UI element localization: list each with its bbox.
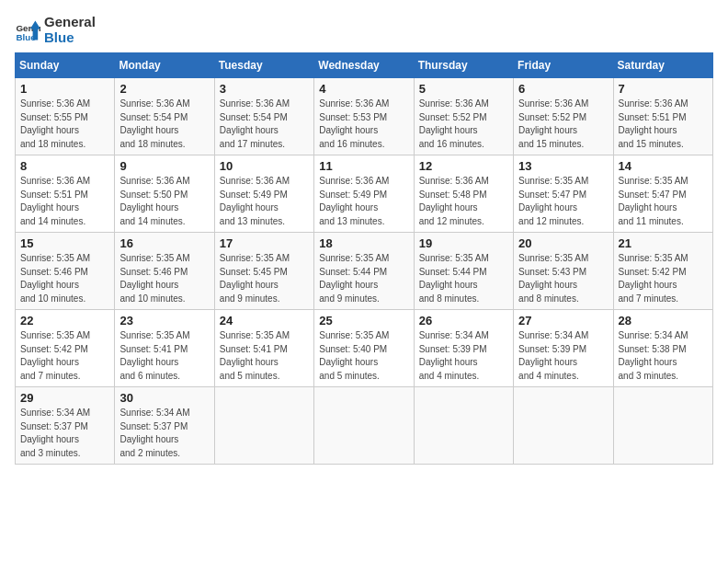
- day-number: 10: [220, 159, 309, 173]
- calendar-cell: 9 Sunrise: 5:36 AM Sunset: 5:50 PM Dayli…: [115, 155, 214, 233]
- day-number: 23: [119, 314, 209, 327]
- day-number: 7: [619, 82, 708, 96]
- calendar-week-5: 29 Sunrise: 5:34 AM Sunset: 5:37 PM Dayl…: [16, 387, 713, 465]
- weekday-header-wednesday: Wednesday: [314, 53, 414, 78]
- calendar-cell: 11 Sunrise: 5:36 AM Sunset: 5:49 PM Dayl…: [314, 155, 414, 233]
- day-number: 25: [319, 314, 408, 327]
- weekday-header-sunday: Sunday: [16, 53, 115, 78]
- calendar-cell: 17 Sunrise: 5:35 AM Sunset: 5:45 PM Dayl…: [214, 233, 313, 310]
- day-number: 18: [319, 236, 408, 250]
- logo-text-general: General: [44, 15, 96, 30]
- day-info: Sunrise: 5:36 AM Sunset: 5:55 PM Dayligh…: [20, 98, 109, 151]
- calendar-cell: 14 Sunrise: 5:35 AM Sunset: 5:47 PM Dayl…: [613, 155, 712, 233]
- calendar-cell: 8 Sunrise: 5:36 AM Sunset: 5:51 PM Dayli…: [16, 155, 115, 233]
- day-info: Sunrise: 5:35 AM Sunset: 5:45 PM Dayligh…: [220, 252, 309, 305]
- day-info: Sunrise: 5:34 AM Sunset: 5:37 PM Dayligh…: [119, 407, 209, 460]
- day-info: Sunrise: 5:36 AM Sunset: 5:49 PM Dayligh…: [319, 175, 408, 228]
- day-number: 5: [419, 82, 508, 96]
- day-number: 1: [20, 82, 109, 96]
- weekday-header-monday: Monday: [115, 53, 214, 78]
- day-info: Sunrise: 5:36 AM Sunset: 5:52 PM Dayligh…: [518, 98, 608, 151]
- calendar-week-1: 1 Sunrise: 5:36 AM Sunset: 5:55 PM Dayli…: [16, 78, 713, 155]
- calendar-cell: 4 Sunrise: 5:36 AM Sunset: 5:53 PM Dayli…: [314, 78, 414, 155]
- logo: General Blue General Blue: [15, 15, 96, 45]
- day-number: 22: [20, 314, 109, 327]
- day-number: 11: [319, 159, 408, 173]
- day-info: Sunrise: 5:35 AM Sunset: 5:46 PM Dayligh…: [119, 252, 209, 305]
- day-number: 6: [518, 82, 608, 96]
- day-info: Sunrise: 5:34 AM Sunset: 5:37 PM Dayligh…: [20, 407, 109, 460]
- calendar-cell: 10 Sunrise: 5:36 AM Sunset: 5:49 PM Dayl…: [214, 155, 313, 233]
- calendar-cell: 23 Sunrise: 5:35 AM Sunset: 5:41 PM Dayl…: [115, 310, 214, 387]
- day-info: Sunrise: 5:36 AM Sunset: 5:50 PM Dayligh…: [119, 175, 209, 228]
- weekday-header-thursday: Thursday: [414, 53, 513, 78]
- day-number: 3: [220, 82, 309, 96]
- day-number: 20: [518, 236, 608, 250]
- weekday-header-friday: Friday: [514, 53, 613, 78]
- weekday-header-tuesday: Tuesday: [214, 53, 313, 78]
- logo-text-blue: Blue: [44, 30, 96, 46]
- day-number: 29: [20, 391, 109, 405]
- calendar-cell: 22 Sunrise: 5:35 AM Sunset: 5:42 PM Dayl…: [16, 310, 115, 387]
- calendar-cell: 3 Sunrise: 5:36 AM Sunset: 5:54 PM Dayli…: [214, 78, 313, 155]
- day-info: Sunrise: 5:35 AM Sunset: 5:40 PM Dayligh…: [319, 329, 408, 383]
- calendar-cell: 6 Sunrise: 5:36 AM Sunset: 5:52 PM Dayli…: [514, 78, 613, 155]
- calendar-cell: 28 Sunrise: 5:34 AM Sunset: 5:38 PM Dayl…: [613, 310, 712, 387]
- day-info: Sunrise: 5:36 AM Sunset: 5:54 PM Dayligh…: [220, 98, 309, 151]
- day-info: Sunrise: 5:35 AM Sunset: 5:43 PM Dayligh…: [518, 252, 608, 305]
- day-info: Sunrise: 5:35 AM Sunset: 5:46 PM Dayligh…: [20, 252, 109, 305]
- calendar-table: SundayMondayTuesdayWednesdayThursdayFrid…: [15, 52, 713, 465]
- day-info: Sunrise: 5:35 AM Sunset: 5:47 PM Dayligh…: [619, 175, 708, 228]
- day-number: 26: [419, 314, 508, 327]
- calendar-cell: 1 Sunrise: 5:36 AM Sunset: 5:55 PM Dayli…: [16, 78, 115, 155]
- logo-icon: General Blue: [15, 17, 40, 43]
- day-info: Sunrise: 5:36 AM Sunset: 5:53 PM Dayligh…: [319, 98, 408, 151]
- day-number: 12: [419, 159, 508, 173]
- calendar-cell: 21 Sunrise: 5:35 AM Sunset: 5:42 PM Dayl…: [613, 233, 712, 310]
- day-number: 24: [220, 314, 309, 327]
- day-info: Sunrise: 5:35 AM Sunset: 5:47 PM Dayligh…: [518, 175, 608, 228]
- calendar-cell: 16 Sunrise: 5:35 AM Sunset: 5:46 PM Dayl…: [115, 233, 214, 310]
- day-info: Sunrise: 5:36 AM Sunset: 5:52 PM Dayligh…: [419, 98, 508, 151]
- day-info: Sunrise: 5:36 AM Sunset: 5:48 PM Dayligh…: [419, 175, 508, 228]
- calendar-cell: 29 Sunrise: 5:34 AM Sunset: 5:37 PM Dayl…: [16, 387, 115, 465]
- weekday-header-saturday: Saturday: [613, 53, 712, 78]
- calendar-week-2: 8 Sunrise: 5:36 AM Sunset: 5:51 PM Dayli…: [16, 155, 713, 233]
- calendar-cell: 18 Sunrise: 5:35 AM Sunset: 5:44 PM Dayl…: [314, 233, 414, 310]
- calendar-week-3: 15 Sunrise: 5:35 AM Sunset: 5:46 PM Dayl…: [16, 233, 713, 310]
- day-number: 21: [619, 236, 708, 250]
- day-number: 14: [619, 159, 708, 173]
- day-info: Sunrise: 5:36 AM Sunset: 5:54 PM Dayligh…: [119, 98, 209, 151]
- calendar-cell: 19 Sunrise: 5:35 AM Sunset: 5:44 PM Dayl…: [414, 233, 513, 310]
- calendar-cell: 5 Sunrise: 5:36 AM Sunset: 5:52 PM Dayli…: [414, 78, 513, 155]
- day-info: Sunrise: 5:34 AM Sunset: 5:39 PM Dayligh…: [419, 329, 508, 383]
- calendar-cell: 26 Sunrise: 5:34 AM Sunset: 5:39 PM Dayl…: [414, 310, 513, 387]
- calendar-cell: 25 Sunrise: 5:35 AM Sunset: 5:40 PM Dayl…: [314, 310, 414, 387]
- calendar-cell: 24 Sunrise: 5:35 AM Sunset: 5:41 PM Dayl…: [214, 310, 313, 387]
- page-header: General Blue General Blue: [15, 15, 713, 45]
- calendar-cell: [314, 387, 414, 465]
- calendar-cell: 27 Sunrise: 5:34 AM Sunset: 5:39 PM Dayl…: [514, 310, 613, 387]
- day-info: Sunrise: 5:35 AM Sunset: 5:44 PM Dayligh…: [419, 252, 508, 305]
- calendar-cell: [214, 387, 313, 465]
- day-number: 2: [119, 82, 209, 96]
- calendar-cell: 12 Sunrise: 5:36 AM Sunset: 5:48 PM Dayl…: [414, 155, 513, 233]
- calendar-cell: 13 Sunrise: 5:35 AM Sunset: 5:47 PM Dayl…: [514, 155, 613, 233]
- day-number: 8: [20, 159, 109, 173]
- day-number: 13: [518, 159, 608, 173]
- day-info: Sunrise: 5:34 AM Sunset: 5:38 PM Dayligh…: [619, 329, 708, 383]
- day-info: Sunrise: 5:35 AM Sunset: 5:41 PM Dayligh…: [119, 329, 209, 383]
- day-info: Sunrise: 5:36 AM Sunset: 5:51 PM Dayligh…: [619, 98, 708, 151]
- day-number: 4: [319, 82, 408, 96]
- calendar-header-row: SundayMondayTuesdayWednesdayThursdayFrid…: [16, 53, 713, 78]
- calendar-cell: 30 Sunrise: 5:34 AM Sunset: 5:37 PM Dayl…: [115, 387, 214, 465]
- day-number: 19: [419, 236, 508, 250]
- day-number: 30: [119, 391, 209, 405]
- day-number: 17: [220, 236, 309, 250]
- calendar-week-4: 22 Sunrise: 5:35 AM Sunset: 5:42 PM Dayl…: [16, 310, 713, 387]
- day-info: Sunrise: 5:36 AM Sunset: 5:49 PM Dayligh…: [220, 175, 309, 228]
- calendar-cell: 15 Sunrise: 5:35 AM Sunset: 5:46 PM Dayl…: [16, 233, 115, 310]
- calendar-cell: [613, 387, 712, 465]
- day-info: Sunrise: 5:35 AM Sunset: 5:42 PM Dayligh…: [619, 252, 708, 305]
- day-info: Sunrise: 5:35 AM Sunset: 5:44 PM Dayligh…: [319, 252, 408, 305]
